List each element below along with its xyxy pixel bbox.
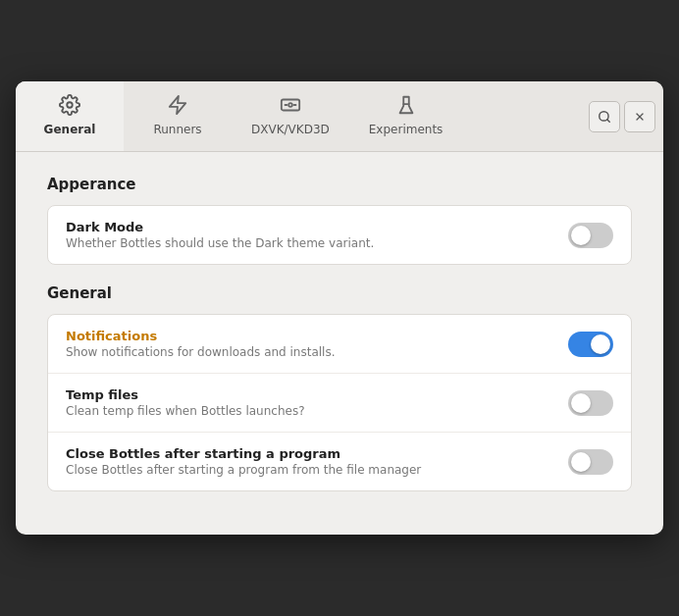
tab-dxvk[interactable]: DXVK/VKD3D — [232, 81, 349, 151]
general-card: Notifications Show notifications for dow… — [47, 314, 632, 491]
close-bottles-label: Close Bottles after starting a program — [66, 446, 552, 461]
close-bottles-text: Close Bottles after starting a program C… — [66, 446, 552, 477]
main-window: General Runners DXVK/VKD3D — [16, 81, 663, 535]
runners-icon — [167, 94, 188, 119]
tab-general-label: General — [44, 123, 96, 136]
notifications-row: Notifications Show notifications for dow… — [48, 315, 631, 374]
close-button[interactable] — [624, 101, 655, 132]
temp-files-row: Temp files Clean temp files when Bottles… — [48, 374, 631, 433]
dark-mode-desc: Whether Bottles should use the Dark them… — [66, 236, 552, 250]
tab-runners-label: Runners — [153, 123, 201, 136]
tab-spacer — [462, 81, 581, 151]
notifications-label: Notifications — [66, 329, 552, 343]
temp-files-desc: Clean temp files when Bottles launches? — [66, 404, 552, 418]
temp-files-text: Temp files Clean temp files when Bottles… — [66, 387, 552, 418]
search-button[interactable] — [589, 101, 620, 132]
dxvk-icon — [280, 94, 301, 119]
svg-point-3 — [288, 103, 292, 107]
titlebar: General Runners DXVK/VKD3D — [16, 81, 663, 152]
content-area: Apperance Dark Mode Whether Bottles shou… — [16, 152, 663, 535]
tab-dxvk-label: DXVK/VKD3D — [251, 123, 330, 136]
close-bottles-toggle[interactable] — [568, 449, 613, 475]
svg-marker-1 — [170, 95, 186, 113]
tab-general[interactable]: General — [16, 81, 124, 151]
appearance-card: Dark Mode Whether Bottles should use the… — [47, 205, 632, 265]
titlebar-actions — [581, 81, 663, 151]
dark-mode-row: Dark Mode Whether Bottles should use the… — [48, 206, 631, 264]
experiments-icon — [395, 94, 417, 119]
general-section-title: General — [47, 284, 632, 302]
dark-mode-slider — [568, 223, 613, 248]
dark-mode-label: Dark Mode — [66, 220, 552, 234]
close-bottles-row: Close Bottles after starting a program C… — [48, 433, 631, 490]
tab-runners[interactable]: Runners — [124, 81, 232, 151]
close-bottles-slider — [568, 449, 613, 475]
temp-files-slider — [568, 390, 613, 416]
notifications-toggle[interactable] — [568, 332, 613, 357]
close-bottles-desc: Close Bottles after starting a program f… — [66, 463, 552, 477]
svg-line-5 — [607, 119, 610, 122]
notifications-desc: Show notifications for downloads and ins… — [66, 345, 552, 359]
notifications-text: Notifications Show notifications for dow… — [66, 329, 552, 359]
general-icon — [59, 94, 80, 119]
temp-files-label: Temp files — [66, 387, 552, 402]
search-icon — [598, 110, 611, 124]
appearance-section-title: Apperance — [47, 176, 632, 193]
tab-experiments[interactable]: Experiments — [349, 81, 463, 151]
temp-files-toggle[interactable] — [568, 390, 613, 416]
dark-mode-toggle[interactable] — [568, 223, 613, 248]
notifications-slider — [568, 332, 613, 357]
close-icon — [634, 111, 646, 123]
dark-mode-text: Dark Mode Whether Bottles should use the… — [66, 220, 552, 250]
svg-point-0 — [67, 102, 73, 108]
tab-experiments-label: Experiments — [369, 123, 444, 136]
